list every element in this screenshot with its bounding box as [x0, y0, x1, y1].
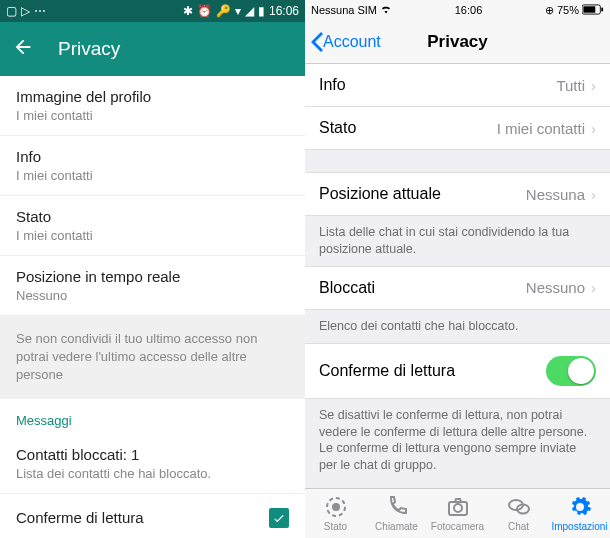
row-title: Bloccati: [319, 279, 375, 297]
chevron-right-icon: ›: [591, 279, 596, 296]
row-blocked-contacts[interactable]: Contatti bloccati: 1 Lista dei contatti …: [0, 434, 305, 494]
row-subtitle: I miei contatti: [16, 228, 289, 243]
row-subtitle: Nessuno: [16, 288, 289, 303]
row-profile-photo[interactable]: Immagine del profilo I miei contatti: [0, 76, 305, 136]
ios-tab-bar: Stato Chiamate Fotocamera Chat Impostazi…: [305, 488, 610, 538]
clock-text: 16:06: [269, 4, 299, 18]
row-value: Tutti: [556, 77, 585, 94]
row-read-receipts[interactable]: Conferme di lettura: [305, 343, 610, 399]
row-title: Conferme di lettura: [319, 362, 455, 380]
wifi-icon: [380, 3, 392, 17]
row-info[interactable]: Info I miei contatti: [0, 136, 305, 196]
back-label: Account: [323, 33, 381, 51]
android-screen: ▢ ▷ ⋯ ✱ ⏰ 🔑 ▾ ◢ ▮ 16:06 Privacy Immagine…: [0, 0, 305, 538]
orientation-lock-icon: ⊕: [545, 4, 554, 17]
row-title: Conferme di lettura: [16, 509, 144, 526]
row-title: Posizione attuale: [319, 185, 441, 203]
carrier-text: Nessuna SIM: [311, 4, 377, 16]
camera-icon: [446, 495, 470, 519]
row-live-location[interactable]: Posizione attuale Nessuna›: [305, 172, 610, 216]
tab-impostazioni[interactable]: Impostazioni: [549, 489, 610, 538]
tab-stato[interactable]: Stato: [305, 489, 366, 538]
tab-label: Stato: [324, 521, 347, 532]
android-content[interactable]: Immagine del profilo I miei contatti Inf…: [0, 76, 305, 538]
tab-chat[interactable]: Chat: [488, 489, 549, 538]
signal-icon: ◢: [245, 4, 254, 18]
row-title: Stato: [16, 208, 289, 225]
read-receipts-note: Se disattivi le conferme di lettura, non…: [305, 399, 610, 483]
row-title: Contatti bloccati: 1: [16, 446, 289, 463]
row-blocked[interactable]: Bloccati Nessuno›: [305, 266, 610, 310]
ios-screen: Nessuna SIM 16:06 ⊕ 75% Account Privacy: [305, 0, 610, 538]
tab-chiamate[interactable]: Chiamate: [366, 489, 427, 538]
row-title: Info: [319, 76, 346, 94]
tab-label: Fotocamera: [431, 521, 484, 532]
ios-status-bar: Nessuna SIM 16:06 ⊕ 75%: [305, 0, 610, 20]
status-icon: [324, 495, 348, 519]
ios-header: Account Privacy: [305, 20, 610, 64]
wifi-icon: ▾: [235, 4, 241, 18]
row-title: Immagine del profilo: [16, 88, 289, 105]
phone-icon: [385, 495, 409, 519]
spacer: [305, 150, 610, 172]
row-subtitle: I miei contatti: [16, 168, 289, 183]
battery-icon: [582, 4, 604, 17]
image-icon: ▢: [6, 4, 17, 18]
chevron-right-icon: ›: [591, 120, 596, 137]
row-value: Nessuna: [526, 186, 585, 203]
notification-icon: ⋯: [34, 4, 46, 18]
row-info[interactable]: Info Tutti›: [305, 64, 610, 107]
row-value: Nessuno: [526, 279, 585, 296]
ios-content[interactable]: Info Tutti› Stato I miei contatti› Posiz…: [305, 64, 610, 488]
chevron-right-icon: ›: [591, 77, 596, 94]
bluetooth-icon: ✱: [183, 4, 193, 18]
tab-label: Impostazioni: [551, 521, 607, 532]
tab-fotocamera[interactable]: Fotocamera: [427, 489, 488, 538]
row-stato[interactable]: Stato I miei contatti›: [305, 107, 610, 150]
svg-rect-2: [601, 7, 603, 11]
section-header-messages: Messaggi: [0, 399, 305, 434]
svg-point-4: [332, 503, 340, 511]
android-header: Privacy: [0, 22, 305, 76]
row-stato[interactable]: Stato I miei contatti: [0, 196, 305, 256]
row-live-location[interactable]: Posizione in tempo reale Nessuno: [0, 256, 305, 316]
back-button[interactable]: Account: [311, 32, 381, 52]
battery-icon: ▮: [258, 4, 265, 18]
vpn-icon: 🔑: [216, 4, 231, 18]
row-read-receipts[interactable]: Conferme di lettura: [0, 494, 305, 538]
alarm-icon: ⏰: [197, 4, 212, 18]
row-subtitle: Lista dei contatti che hai bloccato.: [16, 466, 289, 481]
page-title: Privacy: [58, 38, 120, 60]
clock-text: 16:06: [455, 4, 483, 16]
row-title: Posizione in tempo reale: [16, 268, 289, 285]
checkbox-icon[interactable]: [269, 508, 289, 528]
tab-label: Chiamate: [375, 521, 418, 532]
android-status-bar: ▢ ▷ ⋯ ✱ ⏰ 🔑 ▾ ◢ ▮ 16:06: [0, 0, 305, 22]
chat-icon: [507, 495, 531, 519]
row-subtitle: I miei contatti: [16, 108, 289, 123]
toggle-switch[interactable]: [546, 356, 596, 386]
play-icon: ▷: [21, 4, 30, 18]
back-arrow-icon[interactable]: [12, 36, 34, 62]
chevron-right-icon: ›: [591, 186, 596, 203]
gear-icon: [568, 495, 592, 519]
tab-label: Chat: [508, 521, 529, 532]
blocked-note: Elenco dei contatti che hai bloccato.: [305, 310, 610, 343]
battery-text: 75%: [557, 4, 579, 16]
last-seen-note: Se non condividi il tuo ultimo accesso n…: [0, 316, 305, 399]
row-value: I miei contatti: [497, 120, 585, 137]
live-location-note: Lista delle chat in cui stai condividend…: [305, 216, 610, 266]
row-title: Info: [16, 148, 289, 165]
svg-point-6: [454, 504, 462, 512]
row-title: Stato: [319, 119, 356, 137]
page-title: Privacy: [427, 32, 488, 52]
svg-rect-1: [583, 6, 595, 12]
